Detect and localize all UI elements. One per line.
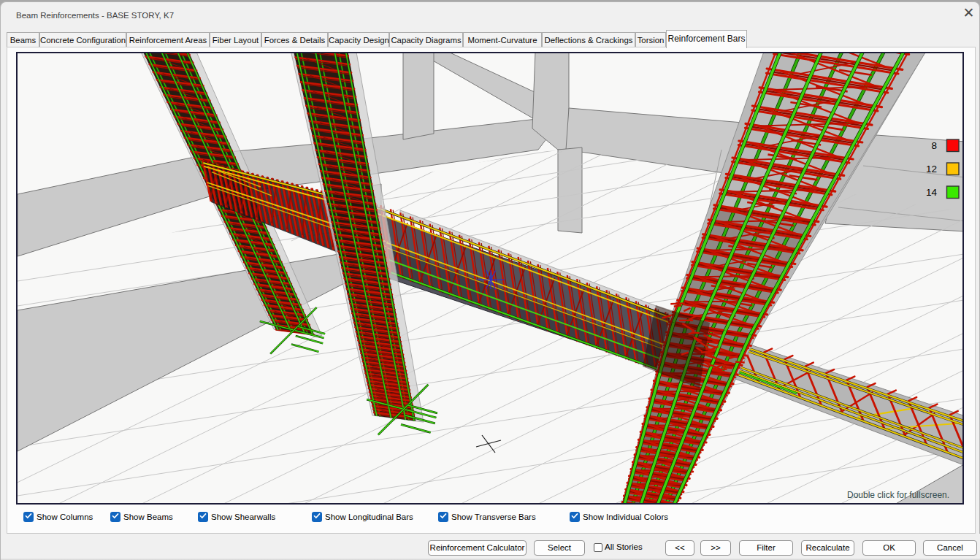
svg-text:14: 14 [926,187,938,198]
svg-text:8: 8 [931,140,937,151]
svg-text:Double click for fullscreen.: Double click for fullscreen. [847,490,949,500]
svg-text:12: 12 [926,164,937,174]
